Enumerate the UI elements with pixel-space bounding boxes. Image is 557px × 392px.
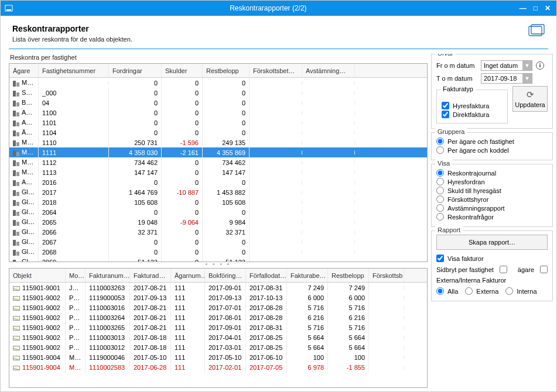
gruppera-koddel-radio[interactable]	[436, 146, 444, 154]
table-row[interactable]: Mar…1110250 731-1 596249 135	[9, 137, 427, 147]
interna-radio[interactable]	[505, 287, 513, 295]
grid1-header-cell[interactable]: Förskottsbet…	[250, 64, 302, 77]
table-row[interactable]: Mar…000	[9, 78, 427, 88]
fastighet-grid-body[interactable]: Mar…000Sör…_000000Bun…04000AB 5…1100000A…	[9, 78, 427, 262]
table-row[interactable]: Gla…2064000	[9, 207, 427, 217]
minimize-button[interactable]: —	[520, 4, 527, 12]
envelope-icon	[13, 356, 20, 360]
building-icon	[13, 160, 20, 166]
app-window: Reskontrarapporter (2/2) — □ ✕ Reskontra…	[0, 0, 557, 392]
hyresfaktura-label: Hyresfaktura	[453, 102, 489, 109]
splitter-handle[interactable]: • • • •	[9, 262, 428, 268]
uppdatera-label: Uppdatera	[515, 101, 545, 108]
table-row[interactable]: 115901-9002Pe…11100030162017-08-21111201…	[9, 302, 427, 312]
building-icon	[13, 81, 20, 87]
table-row[interactable]: Gla…2068000	[9, 247, 427, 257]
table-row[interactable]: Gla…2018105 6080105 608	[9, 197, 427, 207]
visa-fragor-label: Reskontrafrågor	[447, 214, 494, 221]
faktura-grid-header[interactable]: ObjektMo…Fakturanum…Fakturad…Ägarnum…Bok…	[9, 269, 427, 283]
table-row[interactable]: AB 5…1100000	[9, 108, 427, 118]
table-row[interactable]: 115901-9004Ma…11100025832017-06-28111201…	[9, 362, 427, 372]
visa-skuld-radio[interactable]	[436, 187, 444, 194]
faktura-grid-body[interactable]: 115901-9001Jo…11100032632017-08-21111201…	[9, 283, 427, 387]
grid2-header-cell[interactable]: Mo…	[66, 269, 86, 282]
maximize-button[interactable]: □	[534, 4, 538, 12]
urval-group: Urval Fr o m datum ▼ i T o m datum ▼	[431, 54, 553, 129]
visa-journal-radio[interactable]	[436, 169, 444, 177]
visa-hyresfordran-radio[interactable]	[436, 178, 444, 185]
dropdown-icon[interactable]: ▼	[522, 61, 532, 70]
building-icon	[13, 170, 20, 176]
gruppera-fastighet-radio[interactable]	[436, 137, 444, 145]
fastighet-grid-header[interactable]: ÄgareFastighetsnummerFordringarSkulderRe…	[9, 64, 427, 78]
sidbryt-agare-checkbox[interactable]	[540, 266, 548, 273]
from-date-input[interactable]	[481, 62, 522, 69]
visa-fragor-radio[interactable]	[436, 213, 444, 221]
envelope-icon	[13, 336, 20, 341]
table-row[interactable]: 115901-9002Pe…11100032652017-08-21111201…	[9, 322, 427, 332]
uppdatera-button[interactable]: ⟳ Uppdatera	[512, 86, 548, 112]
hyresfaktura-checkbox[interactable]	[442, 102, 449, 109]
grid2-header-cell[interactable]: Fakturad…	[130, 269, 171, 282]
grid1-header-cell[interactable]: Fastighetsnummer	[39, 64, 109, 77]
window-controls: — □ ✕	[520, 4, 553, 12]
grid2-header-cell[interactable]: Ägarnum…	[171, 269, 205, 282]
table-row[interactable]: Mar…1113147 1470147 147	[9, 167, 427, 177]
info-icon[interactable]: i	[536, 61, 544, 70]
grid2-header-cell[interactable]: Restbelopp	[328, 269, 369, 282]
table-row[interactable]: Gla…2067000	[9, 237, 427, 247]
visa-forskott-label: Förskottshyror	[447, 196, 488, 203]
direktfaktura-checkbox[interactable]	[442, 111, 449, 118]
side-panel: Urval Fr o m datum ▼ i T o m datum ▼	[431, 54, 553, 388]
building-icon	[13, 91, 20, 97]
gruppera-group: Gruppera Per ägare och fastighet Per äga…	[431, 132, 553, 160]
close-button[interactable]: ✕	[545, 4, 551, 12]
externa-radio[interactable]	[465, 287, 473, 295]
grid2-header-cell[interactable]: Förskottsb	[369, 269, 404, 282]
grid1-header-cell[interactable]: Avstämning…	[302, 64, 355, 77]
visa-forskott-radio[interactable]	[436, 195, 444, 203]
table-row[interactable]: 115901-9002Pe…11100032642017-08-21111201…	[9, 312, 427, 322]
building-icon	[13, 111, 20, 116]
grid1-header-cell[interactable]: Fordringar	[109, 64, 162, 77]
building-icon	[13, 210, 20, 216]
table-row[interactable]: Mar…1112734 4620734 462	[9, 157, 427, 167]
table-row[interactable]: 115901-9004Ma…11190000462017-05-10111201…	[9, 352, 427, 362]
from-date-combo[interactable]: ▼	[481, 60, 532, 71]
grid2-header-cell[interactable]: Fakturabe…	[287, 269, 328, 282]
grid1-header-cell[interactable]: Skulder	[162, 64, 203, 77]
table-row[interactable]: Gla…20171 464 769-10 8871 453 882	[9, 187, 427, 197]
table-row[interactable]: Gla…206519 048-9 0649 984	[9, 217, 427, 227]
table-row[interactable]: AB 3…2016000	[9, 177, 427, 187]
to-date-input[interactable]	[481, 75, 522, 82]
alla-radio[interactable]	[436, 287, 444, 295]
table-row[interactable]: Mar…11114 358 030-2 1614 355 869	[9, 147, 427, 157]
sidbryt-fastighet-label: Sidbryt per fastighet	[436, 266, 494, 273]
faktura-grid[interactable]: ObjektMo…Fakturanum…Fakturad…Ägarnum…Bok…	[9, 268, 428, 388]
table-row[interactable]: Sör…_000000	[9, 88, 427, 98]
table-row[interactable]: Ägar…1104000	[9, 128, 427, 137]
building-icon	[13, 230, 20, 236]
fastighet-grid[interactable]: ÄgareFastighetsnummerFordringarSkulderRe…	[9, 63, 428, 262]
grid1-header-cell[interactable]: Restbelopp	[203, 64, 250, 77]
visa-fakturor-checkbox[interactable]	[436, 255, 444, 262]
grid2-header-cell[interactable]: Bokföring…	[205, 269, 246, 282]
to-date-combo[interactable]: ▼	[481, 73, 532, 84]
table-row[interactable]: 115901-9002Pe…11190000532017-09-13111201…	[9, 293, 427, 302]
sidbryt-fastighet-checkbox[interactable]	[500, 266, 507, 273]
table-row[interactable]: 115901-9001Jo…11100032632017-08-21111201…	[9, 283, 427, 293]
header-divider	[9, 49, 548, 49]
grid1-header-cell[interactable]: Ägare	[9, 64, 39, 77]
table-row[interactable]: 115901-9002Pe…11100030132017-08-18111201…	[9, 332, 427, 342]
visa-avstamning-radio[interactable]	[436, 204, 444, 212]
skapa-rapport-button[interactable]: Skapa rapport…	[436, 235, 548, 250]
table-row[interactable]: Gla…206632 371032 371	[9, 227, 427, 237]
table-row[interactable]: 115901-9002Pe…11100030122017-08-18111201…	[9, 342, 427, 352]
dropdown-icon[interactable]: ▼	[522, 74, 532, 83]
table-row[interactable]: AB 8…1101000	[9, 118, 427, 128]
grid2-header-cell[interactable]: Objekt	[9, 269, 66, 282]
envelope-icon	[13, 316, 20, 321]
table-row[interactable]: Bun…04000	[9, 98, 427, 108]
grid2-header-cell[interactable]: Fakturanum…	[86, 269, 130, 282]
grid2-header-cell[interactable]: Förfallodat…	[246, 269, 287, 282]
